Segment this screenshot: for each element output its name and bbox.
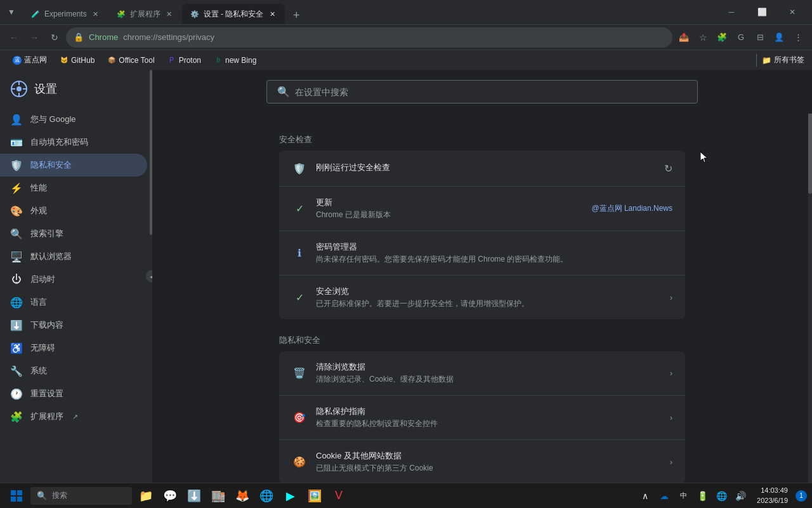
row-clear-browsing[interactable]: 🗑️ 清除浏览数据 清除浏览记录、Cookie、缓存及其他数据 › [279,351,685,396]
bookmark-landian[interactable]: 蓝 蓝点网 [8,53,52,68]
start-button[interactable] [5,485,28,507]
row-cookies-content: Cookie 及其他网站数据 已阻止无痕模式下的第三方 Cookie [316,450,661,474]
tab-list-arrow[interactable]: ▼ [5,6,18,18]
notification-badge[interactable]: 1 [796,490,807,502]
sidebar-label-google: 您与 Google [30,114,76,125]
autofill-icon: 🪪 [10,136,23,149]
sidebar-item-reset[interactable]: 🕐 重置设置 [0,382,147,405]
cookie-icon: 🍪 [292,455,307,470]
close-button[interactable]: ✕ [778,2,807,22]
taskbar-onedrive-icon[interactable]: ☁ [655,487,673,505]
row-privacy-guide[interactable]: 🎯 隐私保护指南 检查重要的隐私控制设置和安全控件 › [279,396,685,440]
taskbar-ms-store[interactable]: 🏬 [207,485,230,507]
new-tab-button[interactable]: + [287,6,305,24]
tab-close-extensions[interactable]: ✕ [164,9,174,19]
tab-close-settings[interactable]: ✕ [267,9,277,19]
appearance-icon: 🎨 [10,204,23,217]
taskbar-network-icon[interactable]: 🌐 [712,487,730,505]
sidebar-item-default-browser[interactable]: 🖥️ 默认浏览器 [0,245,147,268]
bookmark-label-landian: 蓝点网 [24,55,47,65]
taskbar-expand-icon[interactable]: ∧ [636,487,654,505]
tab-favicon-extensions: 🧩 [116,9,126,19]
address-lock-icon: 🔒 [74,32,84,42]
taskbar-clock[interactable]: 14:03:49 2023/6/19 [752,486,793,505]
taskbar-downloads[interactable]: ⬇️ [183,485,206,507]
startup-icon: ⏻ [10,273,23,286]
sidebar-item-appearance[interactable]: 🎨 外观 [0,199,147,222]
row-safe-browsing[interactable]: ✓ 安全浏览 已开启标准保护。若要进一步提升安全性，请使用增强型保护。 › [279,276,685,319]
taskbar-teams[interactable]: 💬 [159,485,181,507]
taskbar-battery-icon[interactable]: 🔋 [693,487,711,505]
taskbar-search[interactable]: 🔍 搜索 [30,487,132,505]
taskbar-firefox[interactable]: 🦊 [231,485,254,507]
tab-extensions[interactable]: 🧩 扩展程序 ✕ [108,4,182,24]
row-privacy-guide-title: 隐私保护指南 [316,406,661,417]
content-inner: 安全检查 🛡️ 刚刚运行过安全检查 ↻ ✓ 更新 [254,114,710,483]
row-cookies[interactable]: 🍪 Cookie 及其他网站数据 已阻止无痕模式下的第三方 Cookie › [279,440,685,483]
safety-check-section-title: 安全检查 [279,134,685,145]
check-update-icon: ✓ [292,201,307,217]
tab-title-settings: 设置 - 隐私和安全 [204,9,264,20]
svg-point-1 [16,86,22,91]
sidebar-label-appearance: 外观 [30,205,47,217]
accessibility-icon: ♿ [10,342,23,354]
tab-close-experiments[interactable]: ✕ [91,9,101,19]
sidebar-item-privacy[interactable]: 🛡️ 隐私和安全 [0,154,147,177]
nav-actions: 📤 ☆ 🧩 G ⊟ 👤 ⋮ [675,29,807,46]
safety-check-section: 🛡️ 刚刚运行过安全检查 ↻ ✓ 更新 Chrome 已是最新版本 @ [279,150,685,319]
sidebar-item-language[interactable]: 🌐 语言 [0,291,147,314]
back-button[interactable]: ← [5,29,23,46]
svg-rect-9 [17,497,22,502]
row-password-manager[interactable]: ℹ 密码管理器 尚未保存任何密码。您需要先保存密码才能使用 Chrome 的密码… [279,231,685,276]
reload-button[interactable]: ↻ [46,29,63,46]
sidebar-item-downloads[interactable]: ⬇️ 下载内容 [0,314,147,337]
row-run-check[interactable]: 🛡️ 刚刚运行过安全检查 ↻ [279,150,685,187]
sidebar-item-performance[interactable]: ⚡ 性能 [0,177,147,199]
row-update[interactable]: ✓ 更新 Chrome 已是最新版本 @蓝点网 Landian.News [279,187,685,231]
settings-search-bar[interactable]: 🔍 [266,80,698,104]
sidebar-item-startup[interactable]: ⏻ 启动时 [0,268,147,291]
bookmark-github[interactable]: 🐱 GitHub [55,53,100,68]
menu-button[interactable]: ⋮ [789,29,807,46]
taskbar-terminal[interactable]: ▶ [279,485,302,507]
sidebar-item-accessibility[interactable]: ♿ 无障碍 [0,337,147,359]
tab-experiments[interactable]: 🧪 Experiments ✕ [23,4,108,24]
sidebar-toggle[interactable]: ⊟ [751,29,769,46]
all-bookmarks-label[interactable]: 所有书签 [774,55,804,65]
refresh-check-icon[interactable]: ↻ [664,163,672,175]
update-link[interactable]: @蓝点网 Landian.News [591,203,672,214]
maximize-button[interactable]: ⬜ [747,2,776,22]
bookmark-proton[interactable]: P Proton [162,53,206,68]
bookmarks-bar: 蓝 蓝点网 🐱 GitHub 📦 Office Tool P Proton b … [0,50,812,70]
google-icon: 👤 [10,113,23,126]
bookmark-officetool[interactable]: 📦 Office Tool [102,53,159,68]
row-safe-browsing-content: 安全浏览 已开启标准保护。若要进一步提升安全性，请使用增强型保护。 [316,286,661,309]
taskbar-browser2[interactable]: 🌐 [255,485,278,507]
taskbar-file-explorer[interactable]: 📁 [134,485,157,507]
sidebar-label-extensions: 扩展程序 [30,411,63,422]
taskbar-photos[interactable]: 🖼️ [303,485,326,507]
taskbar-right: ∧ ☁ 中 🔋 🌐 🔊 14:03:49 2023/6/19 1 [636,486,807,505]
profile-button[interactable]: 👤 [770,29,788,46]
extensions-button[interactable]: 🧩 [713,29,731,46]
sidebar-label-accessibility: 无障碍 [30,342,55,354]
google-button[interactable]: G [732,29,750,46]
settings-search-input[interactable] [295,87,687,97]
bookmark-favicon-landian: 蓝 [13,56,22,65]
sidebar-item-search[interactable]: 🔍 搜索引擎 [0,222,147,245]
bookmark-button[interactable]: ☆ [694,29,712,46]
tab-settings[interactable]: ⚙️ 设置 - 隐私和安全 ✕ [182,4,285,24]
sidebar-item-google[interactable]: 👤 您与 Google [0,108,147,131]
forward-button[interactable]: → [25,29,43,46]
taskbar-volume-icon[interactable]: 🔊 [731,487,749,505]
check-safe-browsing-icon: ✓ [292,290,307,305]
bookmark-bing[interactable]: b new Bing [209,53,261,68]
sidebar-item-system[interactable]: 🔧 系统 [0,359,147,382]
minimize-button[interactable]: ─ [717,2,746,22]
sidebar-item-extensions[interactable]: 🧩 扩展程序 ↗ [0,405,147,428]
cast-button[interactable]: 📤 [675,29,693,46]
taskbar-ime-icon[interactable]: 中 [674,487,692,505]
taskbar-vivaldi[interactable]: V [327,485,350,507]
sidebar-item-autofill[interactable]: 🪪 自动填充和密码 [0,131,147,154]
address-bar[interactable]: 🔒 Chrome chrome://settings/privacy [66,27,672,48]
